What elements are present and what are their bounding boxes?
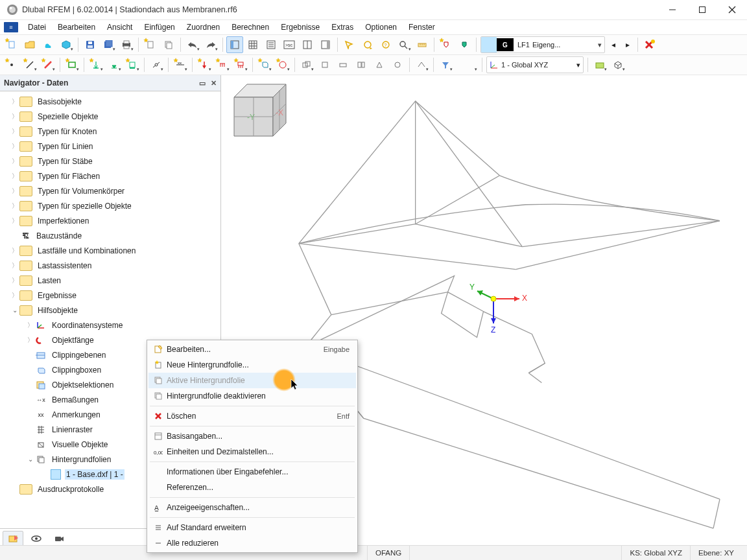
nav-tab-data[interactable] xyxy=(3,531,23,546)
box1-button[interactable] xyxy=(316,56,333,73)
select-special-button[interactable]: ? xyxy=(377,36,394,53)
save-all-button[interactable] xyxy=(100,36,117,53)
load-line-button[interactable]: ★ xyxy=(214,56,231,73)
tree-item[interactable]: 〉Typen für Knoten xyxy=(0,124,220,139)
find-button[interactable] xyxy=(396,36,412,53)
menu-extras[interactable]: Extras xyxy=(326,20,359,34)
load-case-slot[interactable]: G LF1 Eigeng... ▾ xyxy=(480,36,605,53)
menu-ansicht[interactable]: Ansicht xyxy=(101,20,138,34)
tree-item[interactable]: 〉Spezielle Objekte xyxy=(0,109,220,124)
hinge-button[interactable] xyxy=(148,56,165,73)
box2-button[interactable] xyxy=(335,56,351,73)
cloud-button[interactable] xyxy=(40,36,56,53)
tree-item[interactable]: ⌄Hilfsobjekte xyxy=(0,303,220,318)
nav-tab-camera[interactable] xyxy=(49,531,70,546)
load-solid-button[interactable]: ★ xyxy=(256,56,273,73)
prev-load-button[interactable]: ◂ xyxy=(607,36,620,53)
panel-float-icon[interactable]: ▭ xyxy=(199,79,206,88)
menu-fenster[interactable]: Fenster xyxy=(403,20,441,34)
tree-item[interactable]: 〉Imperfektionen xyxy=(0,213,220,228)
tree-item[interactable]: 〉Typen für Volumenkörper xyxy=(0,183,220,198)
block-button[interactable] xyxy=(58,36,75,53)
open-file-button[interactable] xyxy=(21,36,38,53)
tree-item[interactable]: 〉Basisobjekte xyxy=(0,94,220,109)
load-node-button[interactable]: ★ xyxy=(196,56,213,73)
context-menu-item[interactable]: LöschenEntf xyxy=(148,408,356,424)
select-loop-button[interactable] xyxy=(359,36,376,53)
context-menu-item[interactable]: Bearbeiten...Eingabe xyxy=(148,342,356,357)
extrude-button[interactable] xyxy=(413,56,430,73)
maximize-button[interactable] xyxy=(687,0,717,19)
filter-button[interactable] xyxy=(437,56,454,73)
panel-table-button[interactable] xyxy=(244,36,261,53)
next-load-button[interactable]: ▸ xyxy=(621,36,634,53)
tree-item[interactable]: 〉Ergebnisse xyxy=(0,288,220,303)
menu-bearbeiten[interactable]: Bearbeiten xyxy=(52,20,101,34)
panel-sc-button[interactable]: >sc xyxy=(281,36,298,53)
minimize-button[interactable] xyxy=(658,0,687,19)
context-menu-item[interactable]: Hintergrundfolie deaktivieren xyxy=(148,388,356,404)
context-menu[interactable]: Bearbeiten...Eingabe★Neue Hintergrundfol… xyxy=(147,340,358,553)
support1-button[interactable]: ★ xyxy=(88,56,104,73)
panel-split-button[interactable] xyxy=(299,36,316,53)
print-button[interactable] xyxy=(118,36,135,53)
tree-item[interactable]: 〉Typen für Stäbe xyxy=(0,154,220,169)
panel1-button[interactable] xyxy=(226,36,243,53)
new-node-button[interactable]: ★ xyxy=(3,56,20,73)
copy-geom-button[interactable] xyxy=(298,56,315,73)
tree-item[interactable]: 〉Typen für spezielle Objekte xyxy=(0,198,220,213)
support3-button[interactable]: ★ xyxy=(124,56,141,73)
measure-button[interactable] xyxy=(414,36,431,53)
workplane-button[interactable] xyxy=(591,56,608,73)
context-menu-item[interactable]: Alle reduzieren xyxy=(148,535,356,551)
panel-list-button[interactable] xyxy=(263,36,279,53)
close-button[interactable] xyxy=(717,0,747,19)
dim-xx-button[interactable]: ★xx xyxy=(172,56,189,73)
filter2-button[interactable] xyxy=(455,56,479,73)
tree-item[interactable]: 〉Typen für Flächen xyxy=(0,169,220,183)
tree-item[interactable]: ·🏗Bauzustände xyxy=(0,228,220,243)
copy-sheet-button[interactable] xyxy=(160,36,177,53)
context-menu-item[interactable]: Informationen über Eingabefehler... xyxy=(148,464,356,480)
context-menu-item[interactable]: Aktive Hintergrundfolie xyxy=(148,373,356,388)
undo-button[interactable] xyxy=(184,36,201,53)
delete-x-button[interactable] xyxy=(641,36,658,53)
tree-item[interactable]: 〉Typen für Linien xyxy=(0,139,220,154)
context-menu-item[interactable]: Auf Standard erweitern xyxy=(148,520,356,535)
tree-item[interactable]: 〉Lastassistenten xyxy=(0,258,220,273)
menu-einfuegen[interactable]: Einfügen xyxy=(138,20,180,34)
load-special-button[interactable]: ★ xyxy=(274,56,291,73)
context-menu-item[interactable]: Referenzen... xyxy=(148,480,356,495)
menu-optionen[interactable]: Optionen xyxy=(359,20,403,34)
save-button[interactable] xyxy=(82,36,99,53)
tree-item[interactable]: 〉Lastfälle und Kombinationen xyxy=(0,243,220,258)
tree-item[interactable]: 〉Koordinatensysteme xyxy=(0,318,220,332)
context-menu-item[interactable]: ★Neue Hintergrundfolie... xyxy=(148,357,356,373)
new-file-button[interactable]: ★ xyxy=(3,36,20,53)
context-menu-item[interactable]: 0,00Einheiten und Dezimalstellen... xyxy=(148,444,356,460)
nav-tab-eye[interactable] xyxy=(26,531,47,546)
menu-datei[interactable]: Datei xyxy=(22,20,52,34)
new-surface-button[interactable]: ★ xyxy=(64,56,80,73)
box3-button[interactable] xyxy=(353,56,370,73)
menu-zuordnen[interactable]: Zuordnen xyxy=(181,20,226,34)
new-member-button[interactable]: ★ xyxy=(40,56,56,73)
select-node-button[interactable] xyxy=(341,36,358,53)
panel-right-button[interactable] xyxy=(317,36,334,53)
load-down-button[interactable] xyxy=(456,36,473,53)
coord-system-combo[interactable]: 1 - Global XYZ ▾ xyxy=(486,56,584,73)
status-snap[interactable]: OFANG xyxy=(367,546,409,560)
context-menu-item[interactable]: Basisangaben... xyxy=(148,428,356,444)
box5-button[interactable] xyxy=(389,56,406,73)
new-sheet-button[interactable]: ★ xyxy=(142,36,159,53)
panel-close-icon[interactable]: ✕ xyxy=(211,79,217,88)
redo-button[interactable] xyxy=(202,36,219,53)
load-area-button[interactable]: ★ xyxy=(232,56,249,73)
menu-berechnen[interactable]: Berechnen xyxy=(226,20,275,34)
box4-button[interactable] xyxy=(371,56,388,73)
new-line-button[interactable]: ★ xyxy=(21,56,38,73)
menu-ergebnisse[interactable]: Ergebnisse xyxy=(275,20,326,34)
tree-item[interactable]: 〉Lasten xyxy=(0,273,220,288)
context-menu-item[interactable]: A̲Anzeigeeigenschaften... xyxy=(148,500,356,515)
support2-button[interactable] xyxy=(106,56,123,73)
